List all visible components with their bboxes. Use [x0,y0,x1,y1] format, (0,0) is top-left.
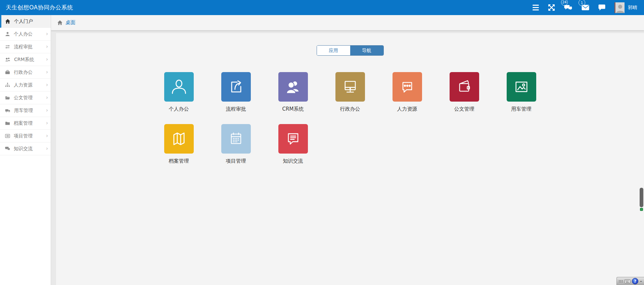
app-title: 天生创想OA协同办公系统 [0,4,73,11]
folder-icon [5,121,10,126]
wallet-icon [456,78,473,96]
sidebar-item-label: 项目管理 [14,133,33,139]
sidebar-item-admin-office[interactable]: 行政办公 › [0,66,51,79]
export-arrow-icon [227,78,245,96]
desktop-panel: 应用 导航 个人办公 [56,33,644,285]
chevron-right-icon: › [46,70,48,75]
tile-label: 流程审批 [221,106,251,112]
sidebar-item-human-resources[interactable]: 人力资源 › [0,79,51,92]
chevron-right-icon: › [46,95,48,100]
top-header: 天生创想OA协同办公系统 24 1 [0,0,644,15]
tile-personal-office[interactable]: 个人办公 [164,72,194,112]
person-silhouette-icon [616,4,625,13]
header-actions: 24 1 [533,0,644,15]
sidebar-item-crm-system[interactable]: CRM系统 › [0,53,51,66]
chat-lines-icon [284,130,302,148]
tile-official-docs[interactable]: 公文管理 [450,72,479,112]
users-icon [5,57,10,62]
sidebar-item-label: CRM系统 [14,57,34,63]
sidebar-item-label: 个人门户 [14,18,33,24]
sidebar-item-label: 个人办公 [14,31,33,37]
toggle-nav-button[interactable]: 导航 [350,46,383,55]
sidebar-item-vehicle-management[interactable]: 用车管理 › [0,104,51,117]
breadcrumb: 桌面 [51,15,644,31]
tile-label: 个人办公 [164,106,194,112]
sidebar-item-label: 行政办公 [14,69,33,75]
tile-label: CRM系统 [278,106,308,112]
main-content: 应用 导航 个人办公 [51,31,644,285]
tile-label: 行政办公 [335,106,365,112]
list-alt-icon [5,133,10,138]
tile-human-resources[interactable]: 人力资源 [393,72,422,112]
view-toggle: 应用 导航 [317,45,384,56]
chat-button[interactable]: 24 [564,4,572,11]
picture-icon [513,78,530,96]
chevron-right-icon: › [46,108,48,113]
tile-archive-management[interactable]: 档案管理 [164,124,194,164]
sidebar-item-label: 流程审批 [14,44,33,50]
sidebar-item-label: 知识交流 [14,146,33,152]
chevron-right-icon: › [46,32,48,37]
chevron-right-icon: › [46,146,48,151]
sidebar-item-archive-management[interactable]: 档案管理 › [0,117,51,130]
sidebar-item-label: 公文管理 [14,95,33,101]
hamburger-icon [533,5,539,10]
home-icon [57,20,63,25]
sidebar-item-workflow-approval[interactable]: 流程审批 › [0,41,51,53]
tile-admin-office[interactable]: 行政办公 [335,72,365,112]
sitemap-icon [5,82,10,88]
chevron-right-icon: › [46,57,48,62]
avatar [614,2,625,13]
toggle-app-button[interactable]: 应用 [317,46,350,55]
tile-vehicle-management[interactable]: 用车管理 [507,72,536,112]
scrollbar-thumb[interactable] [640,188,643,207]
sidebar-item-knowledge-exchange[interactable]: 知识交流 › [0,142,51,155]
tile-label: 公文管理 [450,106,479,112]
map-icon [170,130,188,148]
drag-handle-icon[interactable] [618,280,623,282]
comment-icon [598,4,605,11]
home-icon [5,19,10,24]
keyboard-icon[interactable] [625,279,630,283]
tile-project-management[interactable]: 项目管理 [221,124,251,164]
folder-open-icon [5,95,10,100]
sidebar-item-project-management[interactable]: 项目管理 › [0,130,51,142]
scrollbar-extension-marker [640,208,643,211]
sidebar-item-personal-portal[interactable]: 个人门户 [0,15,51,28]
swap-arrows-icon [5,44,10,49]
ime-minimize-button[interactable]: – [640,279,642,283]
breadcrumb-desktop-link[interactable]: 桌面 [65,19,76,26]
tile-label: 项目管理 [221,158,251,164]
tile-label: 用车管理 [507,106,536,112]
person-outline-icon [170,78,188,96]
tile-knowledge-exchange[interactable]: 知识交流 [278,124,308,164]
ime-toolbar: ? – [616,277,644,285]
tile-label: 人力资源 [393,106,422,112]
sidebar-item-document-management[interactable]: 公文管理 › [0,92,51,104]
message-button[interactable] [598,4,605,11]
calendar-icon [227,130,245,148]
user-name: 郭晴 [628,5,637,11]
truck-icon [5,108,10,113]
mail-button[interactable]: 1 [582,5,589,10]
chat-dots-icon [399,78,416,96]
sidebar-item-label: 人力资源 [14,82,33,88]
people-icon [284,78,302,96]
sidebar-item-personal-office[interactable]: 个人办公 › [0,28,51,41]
chevron-right-icon: › [46,133,48,138]
user-menu[interactable]: 郭晴 [614,2,637,13]
chevron-right-icon: › [46,82,48,88]
tile-label: 知识交流 [278,158,308,164]
chevron-right-icon: › [46,121,48,126]
menu-icon[interactable] [533,5,539,10]
briefcase-icon [5,70,10,75]
tile-row-2: 档案管理 [164,124,536,164]
tile-crm-system[interactable]: CRM系统 [278,72,308,112]
chevron-right-icon: › [46,44,48,49]
fullscreen-button[interactable] [548,4,555,11]
monitor-icon [341,78,359,96]
ime-help-button[interactable]: ? [632,278,638,284]
tile-row-1: 个人办公 流程审批 [164,72,536,112]
tile-workflow-approval[interactable]: 流程审批 [221,72,251,112]
app-tile-grid: 个人办公 流程审批 [164,72,536,164]
